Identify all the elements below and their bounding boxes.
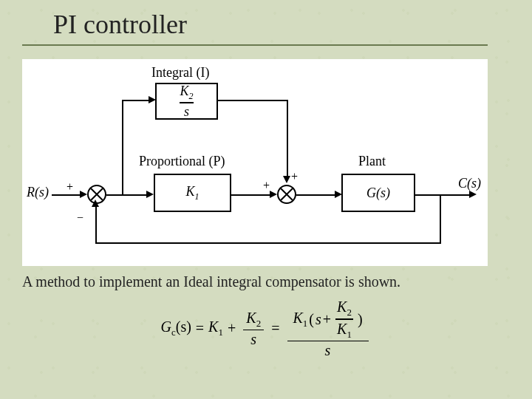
arrow-icon (283, 176, 290, 183)
block-diagram: R(s) + − Integral (I) K2 s Proportional … (22, 59, 488, 266)
compensator-equation: Gc(s) = K1 + K2 s = K1 ( s + K2 K1 ) s (111, 299, 421, 358)
wire (415, 194, 471, 196)
eq-k2: K (246, 310, 256, 326)
eq-k1: K (208, 318, 218, 335)
arrow-icon (270, 191, 277, 198)
wire (287, 100, 288, 177)
integral-label: Integral (I) (151, 65, 209, 81)
arrow-icon (92, 200, 99, 207)
wire (122, 100, 123, 196)
arrow-icon (80, 191, 87, 198)
eq-k2b: K (337, 299, 347, 315)
k1-sub: 1 (195, 191, 200, 201)
summing-junction (277, 185, 296, 204)
wire (52, 194, 81, 196)
eq-s3: s (325, 341, 331, 358)
eq-rparen: ) (358, 312, 363, 327)
arrow-icon (469, 191, 477, 198)
wire (218, 100, 288, 101)
k2-symbol: K (180, 83, 188, 98)
plus-sign: + (291, 170, 298, 183)
minus-sign: − (77, 211, 83, 225)
proportional-block: K1 (154, 174, 231, 212)
eq-sub1b: 1 (303, 318, 308, 329)
wire (296, 194, 336, 196)
eq-lparen: ( (309, 312, 314, 327)
wire (95, 242, 441, 244)
s-symbol: s (184, 103, 189, 118)
wire (122, 100, 150, 101)
wire (440, 194, 441, 244)
eq-equals: = (196, 320, 204, 337)
caption-text: A method to implement an Ideal integral … (22, 273, 532, 290)
eq-s2: s (316, 312, 321, 327)
eq-equals-2: = (271, 320, 279, 337)
wire (106, 194, 148, 196)
eq-s: s (250, 330, 256, 347)
eq-k1b: K (293, 310, 302, 326)
wire (231, 194, 271, 196)
eq-sub1: 1 (218, 327, 223, 338)
eq-sub1c: 1 (347, 329, 352, 340)
g-symbol: G(s) (366, 185, 390, 201)
eq-s-arg: (s) (176, 318, 191, 335)
eq-plus2: + (323, 312, 331, 327)
eq-sub2b: 2 (347, 307, 352, 318)
input-label: R(s) (27, 185, 49, 200)
plant-label: Plant (358, 154, 386, 169)
plus-sign: + (263, 179, 270, 192)
output-label: C(s) (458, 176, 481, 191)
eq-sub2: 2 (256, 318, 262, 329)
arrow-icon (146, 191, 154, 198)
eq-plus: + (228, 320, 236, 337)
k2-sub: 2 (189, 91, 194, 101)
k1-symbol: K (185, 184, 194, 199)
plus-sign: + (66, 180, 73, 194)
wire (95, 205, 97, 244)
integral-block: K2 s (155, 83, 218, 120)
proportional-label: Proportional (P) (139, 154, 225, 169)
slide-title: PI controller (22, 0, 488, 46)
plant-block: G(s) (341, 174, 415, 212)
eq-k1c: K (337, 321, 347, 337)
eq-gc: G (160, 318, 171, 335)
